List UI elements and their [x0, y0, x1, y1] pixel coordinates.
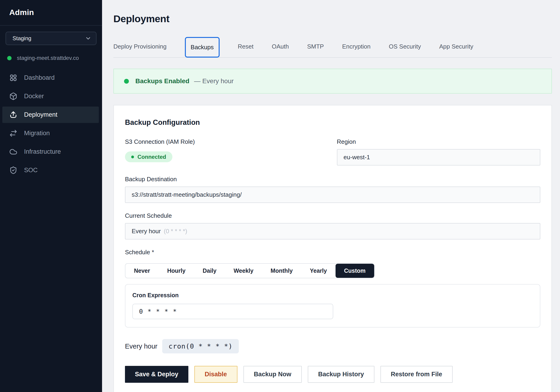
sidebar-item-deployment[interactable]: Deployment: [2, 106, 99, 123]
tab-oauth[interactable]: OAuth: [272, 43, 289, 50]
current-schedule-field: Current Schedule Every hour (0 * * * *): [125, 212, 540, 239]
grid-icon: [9, 74, 17, 82]
tab-smtp[interactable]: SMTP: [307, 43, 324, 50]
backups-status-banner: Backups Enabled — Every hour: [113, 69, 552, 94]
current-schedule-value: Every hour: [132, 228, 161, 235]
tab-bar: Deploy Provisioning Backups Reset OAuth …: [113, 36, 552, 58]
action-buttons: Save & Deploy Disable Backup Now Backup …: [125, 366, 540, 383]
arrows-swap-icon: [9, 129, 17, 137]
region-input[interactable]: [337, 149, 540, 165]
tab-backups[interactable]: Backups: [185, 37, 220, 57]
schedule-label: Schedule *: [125, 249, 540, 256]
sidebar-item-label: Dashboard: [24, 74, 55, 81]
sidebar-item-label: Infrastructure: [24, 148, 61, 155]
current-schedule-input[interactable]: Every hour (0 * * * *): [125, 223, 540, 239]
backup-destination-input[interactable]: [125, 187, 540, 203]
backup-now-button[interactable]: Backup Now: [243, 366, 302, 383]
status-dot-icon: [124, 79, 129, 84]
save-deploy-button[interactable]: Save & Deploy: [125, 366, 188, 383]
online-status-dot-icon: [7, 56, 11, 60]
connected-status-text: Connected: [138, 154, 166, 160]
cron-expression-input[interactable]: [132, 304, 333, 319]
current-schedule-label: Current Schedule: [125, 212, 540, 219]
sidebar-item-soc[interactable]: SOC: [2, 162, 99, 178]
backup-destination-label: Backup Destination: [125, 176, 540, 183]
sidebar-item-dashboard[interactable]: Dashboard: [2, 70, 99, 86]
sidebar-item-infrastructure[interactable]: Infrastructure: [2, 143, 99, 160]
cron-preview-chip: cron(0 * * * *): [162, 339, 239, 354]
cloud-icon: [9, 148, 17, 156]
schedule-option-daily[interactable]: Daily: [194, 264, 225, 278]
tab-encryption[interactable]: Encryption: [342, 43, 370, 50]
instance-domain: staging-meet.strattdev.co: [17, 55, 79, 61]
shield-check-icon: [9, 166, 17, 174]
banner-title: Backups Enabled: [135, 77, 189, 85]
page-title: Deployment: [113, 12, 552, 25]
sidebar-item-docker[interactable]: Docker: [2, 88, 99, 105]
sidebar-item-label: Docker: [24, 93, 44, 100]
sidebar-item-label: Migration: [24, 130, 50, 137]
environment-select[interactable]: Staging: [6, 32, 97, 45]
tab-reset[interactable]: Reset: [238, 43, 254, 50]
schedule-preview: Every hour cron(0 * * * *): [125, 339, 540, 354]
main-area: Deployment Deploy Provisioning Backups R…: [102, 0, 560, 392]
card-heading: Backup Configuration: [125, 118, 540, 127]
sidebar-item-label: Deployment: [24, 111, 57, 118]
connected-dot-icon: [131, 155, 134, 158]
sidebar-item-migration[interactable]: Migration: [2, 125, 99, 142]
tab-os-security[interactable]: OS Security: [389, 43, 421, 50]
sidebar-item-label: SOC: [24, 167, 38, 174]
cron-expression-panel: Cron Expression: [125, 284, 540, 327]
schedule-option-weekly[interactable]: Weekly: [225, 264, 262, 278]
connected-status-badge: Connected: [125, 151, 172, 162]
schedule-option-custom[interactable]: Custom: [336, 264, 374, 278]
cube-icon: [9, 92, 17, 100]
cron-expression-label: Cron Expression: [132, 292, 533, 299]
current-schedule-hint: (0 * * * *): [164, 228, 187, 235]
schedule-option-hourly[interactable]: Hourly: [159, 264, 194, 278]
schedule-preview-text: Every hour: [125, 343, 157, 350]
s3-connection-label: S3 Connection (IAM Role): [125, 138, 329, 145]
schedule-option-yearly[interactable]: Yearly: [301, 264, 336, 278]
region-field: Region: [337, 138, 540, 165]
region-label: Region: [337, 138, 540, 145]
app-title: Admin: [0, 0, 102, 26]
schedule-field: Schedule * Never Hourly Daily Weekly Mon…: [125, 249, 540, 278]
tab-app-security[interactable]: App Security: [439, 43, 473, 50]
banner-detail: — Every hour: [194, 77, 233, 85]
schedule-segmented-control: Never Hourly Daily Weekly Monthly Yearly…: [125, 263, 375, 278]
backup-history-button[interactable]: Backup History: [308, 366, 374, 383]
instance-status: staging-meet.strattdev.co: [7, 55, 97, 61]
backup-destination-field: Backup Destination: [125, 176, 540, 203]
sidebar-nav: Dashboard Docker Deployment Migration In…: [0, 70, 102, 181]
environment-select-value: Staging: [12, 35, 31, 42]
restore-from-file-button[interactable]: Restore from File: [380, 366, 453, 383]
sidebar: Admin Staging staging-meet.strattdev.co …: [0, 0, 102, 392]
backup-configuration-card: Backup Configuration S3 Connection (IAM …: [113, 105, 552, 392]
tab-deploy-provisioning[interactable]: Deploy Provisioning: [113, 43, 167, 50]
s3-connection-field: S3 Connection (IAM Role) Connected: [125, 138, 329, 165]
schedule-option-never[interactable]: Never: [125, 264, 159, 278]
upload-icon: [9, 111, 17, 119]
schedule-option-monthly[interactable]: Monthly: [262, 264, 301, 278]
disable-button[interactable]: Disable: [194, 366, 237, 383]
